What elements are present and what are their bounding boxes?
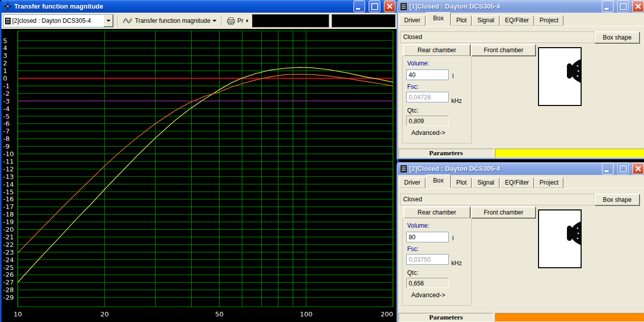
qtc-value-field: 0,656 (406, 278, 449, 288)
cursor-readout-1 (252, 14, 329, 27)
svg-text:-13: -13 (3, 173, 14, 181)
param-window-1-titlebar[interactable]: [1]Closed : Dayton DCS305-4 (398, 0, 644, 13)
svg-text:-2: -2 (3, 90, 10, 97)
svg-text:200: 200 (381, 310, 393, 318)
svg-text:-8: -8 (3, 135, 10, 142)
minimize-button[interactable] (353, 1, 365, 12)
param-window-2: [2]Closed : Dayton DCS305-4 Driver Box P… (397, 162, 644, 322)
print-button[interactable]: Pr (226, 15, 249, 27)
tab-box[interactable]: Box (426, 174, 451, 188)
fsc-input (406, 254, 449, 265)
tab-signal[interactable]: Signal (472, 177, 499, 188)
svg-text:-23: -23 (3, 248, 14, 256)
desktop: { "plot_window": { "title": "Transfer fu… (0, 0, 644, 322)
svg-text:-11: -11 (3, 158, 14, 165)
svg-text:-14: -14 (3, 181, 14, 188)
svg-text:-1: -1 (3, 82, 10, 90)
tab-plot[interactable]: Plot (451, 177, 472, 188)
svg-text:-3: -3 (3, 97, 10, 105)
volume-input[interactable] (406, 69, 449, 80)
svg-text:-28: -28 (3, 286, 14, 294)
svg-text:-18: -18 (3, 210, 14, 218)
advanced-link[interactable]: Advanced-> (411, 129, 445, 136)
close-button[interactable] (632, 163, 644, 174)
curve-color-swatch (495, 313, 644, 322)
fsc-unit: kHz (451, 260, 462, 267)
front-chamber-tab[interactable]: Front chamber (471, 206, 536, 219)
svg-text:-24: -24 (3, 256, 14, 264)
status-parameters-label: Parameters (399, 313, 493, 322)
document-icon (401, 3, 407, 10)
close-button[interactable] (632, 1, 644, 12)
volume-unit: l (452, 73, 454, 80)
volume-input[interactable] (406, 232, 449, 242)
chevron-right-icon (246, 19, 248, 22)
qtc-value-field: 0,809 (406, 116, 449, 126)
advanced-link[interactable]: Advanced-> (411, 292, 445, 299)
cursor-readout-2 (332, 14, 396, 27)
tab-eq-filter[interactable]: EQ/Filter (500, 15, 534, 26)
box-type-field[interactable]: Closed (400, 194, 594, 205)
box-shape-button[interactable]: Box shape (594, 194, 640, 206)
curve-color-swatch (495, 149, 644, 158)
project-icon (5, 18, 11, 24)
tab-bar: Driver Box Plot Signal EQ/Filter Project (398, 175, 644, 188)
rear-chamber-tab[interactable]: Rear chamber (403, 44, 471, 56)
volume-label: Volume: (407, 222, 429, 229)
project-combo[interactable]: [2]closed : Dayton DCS305-4 (3, 14, 114, 27)
driver-icon (566, 219, 582, 247)
minimize-button[interactable] (602, 163, 614, 174)
plot-toolbar: [2]closed : Dayton DCS305-4 Transfer fun… (2, 13, 397, 29)
status-bar: Parameters (398, 313, 644, 322)
document-icon (401, 165, 407, 172)
tab-bar: Driver Box Plot Signal EQ/Filter Project (398, 13, 644, 26)
status-bar: Parameters (398, 149, 644, 158)
project-combo-value: [2]closed : Dayton DCS305-4 (12, 17, 103, 24)
fsc-unit: kHz (451, 97, 462, 104)
svg-text:-19: -19 (3, 218, 14, 226)
maximize-button[interactable] (617, 163, 629, 174)
waveform-icon (123, 17, 133, 24)
rear-chamber-tab[interactable]: Rear chamber (403, 206, 471, 219)
box-type-field[interactable]: Closed (400, 31, 594, 43)
tab-driver[interactable]: Driver (399, 177, 425, 188)
svg-text:3: 3 (3, 52, 7, 59)
tab-plot[interactable]: Plot (451, 15, 472, 26)
print-button-label: Pr (237, 17, 243, 24)
svg-text:-9: -9 (3, 142, 10, 150)
svg-text:1: 1 (3, 67, 7, 75)
svg-text:-6: -6 (3, 120, 10, 127)
param-window-2-titlebar[interactable]: [2]Closed : Dayton DCS305-4 (398, 162, 644, 175)
svg-text:-17: -17 (3, 203, 14, 210)
plot-window: Transfer function magnitude [2]closed : … (0, 0, 399, 322)
maximize-button[interactable] (617, 1, 629, 12)
box-tab-content: Closed Box shape Rear chamber Front cham… (398, 188, 644, 313)
svg-text:-5: -5 (3, 113, 10, 120)
plot-type-combo[interactable]: Transfer function magnitude (122, 15, 218, 27)
box-shape-button[interactable]: Box shape (594, 31, 640, 44)
tab-signal[interactable]: Signal (472, 15, 499, 26)
svg-text:-10: -10 (3, 150, 14, 158)
svg-text:-26: -26 (3, 271, 14, 278)
tab-project[interactable]: Project (534, 15, 563, 26)
project-combo-dropdown[interactable] (103, 15, 113, 27)
toolbar-separator (117, 15, 118, 26)
tab-driver[interactable]: Driver (399, 15, 425, 26)
minimize-button[interactable] (602, 1, 614, 12)
tab-box[interactable]: Box (426, 12, 451, 26)
fsc-label: Fsc: (407, 245, 419, 253)
tab-eq-filter[interactable]: EQ/Filter (500, 177, 534, 188)
maximize-button[interactable] (369, 1, 380, 12)
svg-text:-16: -16 (3, 195, 14, 203)
plot-window-title: Transfer function magnitude (14, 3, 350, 10)
tab-project[interactable]: Project (534, 177, 563, 188)
close-button[interactable] (384, 1, 396, 12)
plot-area: 543210-1-2-3-4-5-6-7-8-9-10-11-12-13-14-… (2, 29, 397, 322)
box-shape-preview (538, 47, 582, 106)
front-chamber-tab[interactable]: Front chamber (471, 44, 536, 56)
box-tab-content: Closed Box shape Rear chamber Front cham… (398, 26, 644, 149)
qtc-label: Qtc: (407, 269, 418, 276)
svg-text:-15: -15 (3, 188, 14, 196)
box-shape-preview (538, 209, 582, 268)
plot-window-titlebar[interactable]: Transfer function magnitude (2, 0, 397, 13)
